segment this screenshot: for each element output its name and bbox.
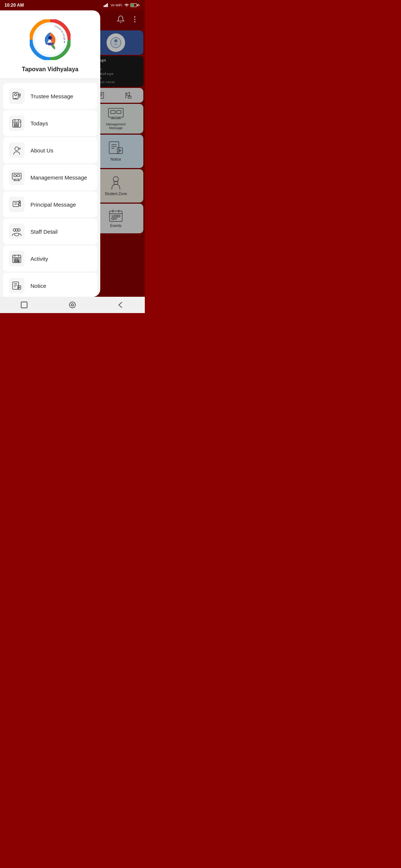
- svg-rect-80: [18, 261, 19, 262]
- svg-rect-1: [105, 5, 106, 7]
- menu-item-trustee-message[interactable]: Trustee Message: [3, 83, 97, 109]
- menu-item-notice[interactable]: Notice: [3, 273, 97, 297]
- square-nav-button[interactable]: [19, 300, 29, 310]
- svg-rect-0: [104, 6, 105, 7]
- svg-rect-75: [14, 259, 16, 260]
- menu-item-todays[interactable]: Todays: [3, 110, 97, 136]
- menu-item-about-us[interactable]: ? About Us: [3, 137, 97, 163]
- navigation-drawer: ટ‌પovn ov scu gu‌ ● Tapovan Vidhyalaya T…: [0, 10, 100, 297]
- back-nav-button[interactable]: [115, 300, 126, 310]
- battery-icon: [130, 3, 137, 7]
- drawer-divider: [0, 79, 100, 79]
- svg-rect-2: [106, 4, 107, 7]
- svg-rect-60: [14, 175, 16, 177]
- about-icon-box: ?: [9, 142, 25, 158]
- svg-rect-77: [18, 259, 19, 260]
- svg-point-95: [71, 304, 74, 306]
- management-message-label: Management Message: [30, 174, 87, 181]
- principal-icon-box: [9, 197, 25, 212]
- svg-text:?: ?: [19, 147, 20, 149]
- staff-detail-label: Staff Detail: [30, 228, 58, 235]
- svg-point-56: [15, 147, 19, 151]
- menu-item-staff-detail[interactable]: Staff Detail: [3, 218, 97, 244]
- svg-rect-61: [17, 175, 20, 177]
- todays-icon-box: [9, 115, 25, 131]
- svg-rect-3: [107, 3, 108, 7]
- svg-point-44: [14, 93, 17, 96]
- svg-rect-79: [16, 261, 17, 262]
- wifi-icon: [124, 3, 129, 7]
- menu-item-management-message[interactable]: Management Message: [3, 164, 97, 190]
- status-bar: 10:20 AM Vo WiFi: [0, 0, 145, 10]
- status-icons: Vo WiFi: [104, 3, 140, 7]
- svg-point-94: [69, 302, 75, 308]
- status-time: 10:20 AM: [4, 3, 24, 8]
- svg-rect-53: [17, 123, 19, 125]
- drawer-header: ટ‌પovn ov scu gu‌ ● Tapovan Vidhyalaya: [0, 10, 100, 79]
- svg-rect-76: [16, 259, 17, 260]
- menu-list: Trustee Message Todays: [0, 80, 100, 297]
- svg-rect-54: [14, 125, 16, 126]
- svg-rect-45: [19, 94, 20, 95]
- staff-icon-box: [9, 224, 25, 239]
- menu-item-principal-message[interactable]: Principal Message: [3, 191, 97, 217]
- svg-rect-55: [17, 125, 19, 126]
- charging-icon: [137, 3, 140, 7]
- svg-point-41: [48, 36, 52, 40]
- svg-rect-52: [14, 123, 16, 125]
- activity-label: Activity: [30, 256, 48, 262]
- school-logo: ટ‌પovn ov scu gu‌ ●: [30, 19, 71, 60]
- management-icon-box: [9, 170, 25, 185]
- signal-icon: [104, 3, 109, 7]
- principal-message-label: Principal Message: [30, 201, 76, 208]
- vo-wifi-label: Vo WiFi: [111, 3, 122, 7]
- svg-rect-93: [21, 302, 27, 308]
- menu-item-activity[interactable]: Activity: [3, 246, 97, 272]
- home-nav-button[interactable]: [67, 300, 78, 310]
- todays-label: Todays: [30, 120, 48, 126]
- trustee-message-label: Trustee Message: [30, 93, 73, 99]
- notice-label: Notice: [30, 283, 46, 289]
- about-us-label: About Us: [30, 147, 53, 154]
- svg-rect-78: [14, 261, 16, 262]
- svg-point-66: [19, 201, 20, 202]
- school-name: Tapovan Vidhyalaya: [22, 66, 78, 73]
- activity-icon-box: [9, 251, 25, 266]
- bottom-navigation: [0, 297, 145, 313]
- battery-container: [130, 3, 140, 7]
- trustee-icon-box: [9, 88, 25, 104]
- notice-icon-box: [9, 278, 25, 293]
